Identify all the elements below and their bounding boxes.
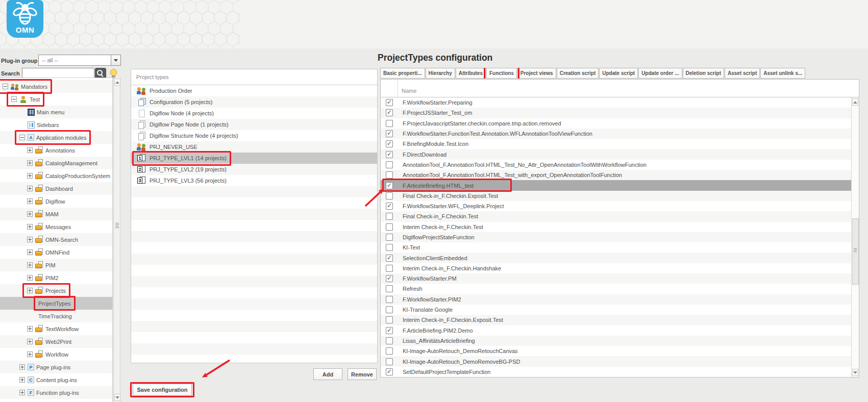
function-row[interactable]: SelectionClientEmbedded: [381, 253, 851, 263]
function-row[interactable]: KI-Translate Google: [381, 305, 851, 315]
scroll-down-button[interactable]: [114, 394, 120, 401]
project-type-row[interactable]: Configuration (5 projects): [131, 96, 377, 108]
search-input[interactable]: [22, 68, 94, 78]
tree-item[interactable]: Projects: [0, 284, 112, 297]
function-row[interactable]: F.DirectDownload: [381, 149, 851, 159]
tab[interactable]: Deletion script: [683, 68, 724, 79]
function-checkbox[interactable]: [386, 368, 393, 375]
expander-icon[interactable]: [27, 173, 33, 179]
function-row[interactable]: AnnotationTool_F.AnnotationTool.HTML_Tes…: [381, 160, 851, 170]
tree-item[interactable]: Application modules: [0, 131, 112, 144]
function-row[interactable]: Final Check-in_F.Checkin.Test: [381, 211, 851, 221]
function-row[interactable]: DigiflowProjectStateFunction: [381, 232, 851, 242]
tree-item[interactable]: CatalogProductionSystem: [0, 169, 112, 182]
expander-icon[interactable]: [27, 326, 33, 332]
function-checkbox[interactable]: [386, 327, 393, 334]
function-checkbox[interactable]: [386, 109, 393, 116]
function-row[interactable]: KI-Image-AutoRetouch_DemoRetouchCanvas: [381, 346, 851, 356]
function-checkbox[interactable]: [386, 203, 393, 210]
tab[interactable]: Update script: [599, 68, 638, 79]
expander-icon[interactable]: [27, 351, 33, 357]
scroll-down-button[interactable]: [852, 369, 858, 376]
function-checkbox[interactable]: [386, 244, 393, 251]
function-row[interactable]: F.ArticleBriefing.PIM2.Demo: [381, 325, 851, 336]
project-type-row[interactable]: PRJ_TYPE_LVL1 (14 projects): [131, 153, 377, 164]
expander-icon[interactable]: [27, 160, 33, 166]
tab[interactable]: Asset script: [725, 68, 760, 79]
expander-icon[interactable]: [27, 249, 33, 255]
function-checkbox[interactable]: [386, 120, 393, 127]
tree-item[interactable]: PIM2: [0, 271, 112, 284]
expander-icon[interactable]: [19, 390, 25, 395]
function-row[interactable]: SetDefaultProjectTemplateFunction: [381, 367, 851, 377]
function-row[interactable]: Interim Check-in_F.Checkin.Test: [381, 222, 851, 232]
tab[interactable]: Attributes: [456, 68, 486, 79]
function-row[interactable]: F.WorkflowStarter.PIM2: [381, 294, 851, 305]
function-checkbox[interactable]: [386, 234, 393, 241]
function-row[interactable]: F.ArticeleBriefing.HTML_test: [381, 180, 851, 190]
tree-item[interactable]: Workflow: [0, 348, 112, 361]
function-checkbox[interactable]: [386, 171, 393, 179]
function-row[interactable]: Refresh: [381, 284, 851, 294]
project-type-row[interactable]: Production Order: [131, 85, 377, 96]
scroll-up-button[interactable]: [114, 79, 120, 86]
tree-item[interactable]: OMN-Search: [0, 233, 112, 246]
tree-item[interactable]: Messages: [0, 220, 112, 233]
project-type-row[interactable]: Digiflow Structure Node (4 projects): [131, 130, 377, 141]
tree-item[interactable]: TimeTracking: [0, 310, 112, 322]
tree-item[interactable]: TextWorkflow: [0, 322, 112, 335]
tree-item[interactable]: Digiflow: [0, 195, 112, 208]
function-checkbox[interactable]: [386, 265, 393, 272]
tab[interactable]: Update order ...: [638, 68, 682, 79]
tree-item[interactable]: Mandators: [0, 80, 112, 93]
function-checkbox[interactable]: [386, 358, 393, 365]
tree-item[interactable]: Test: [0, 93, 112, 106]
function-checkbox[interactable]: [386, 130, 393, 137]
expander-icon[interactable]: [27, 224, 33, 230]
tree-item[interactable]: Annotations: [0, 144, 112, 157]
tree-item[interactable]: MAM: [0, 208, 112, 220]
expander-icon[interactable]: [27, 275, 33, 281]
expander-icon[interactable]: [27, 237, 33, 242]
expander-icon[interactable]: [27, 262, 33, 268]
function-checkbox[interactable]: [386, 192, 393, 199]
scrollbar-thumb[interactable]: [852, 218, 859, 285]
expander-icon[interactable]: [27, 198, 33, 204]
function-checkbox[interactable]: [386, 213, 393, 220]
expander-icon[interactable]: [19, 135, 25, 140]
splitter-grip[interactable]: [115, 223, 119, 229]
function-row[interactable]: AnnotationTool_F.AnnotationTool.HTML_Tes…: [381, 170, 851, 180]
function-row[interactable]: F.BriefingModule.Test.Icon: [381, 139, 851, 149]
function-row[interactable]: F.WorkflowStarter.Preparing: [381, 97, 851, 108]
tab[interactable]: Functions: [486, 68, 517, 79]
tree-item[interactable]: Main menu: [0, 106, 112, 118]
expander-icon[interactable]: [27, 147, 33, 153]
project-type-row[interactable]: PRJ_NEVER_USE: [131, 141, 377, 153]
expander-icon[interactable]: [19, 377, 25, 383]
function-row[interactable]: Interim Check-in_F.Checkin.Exposit.Test: [381, 315, 851, 325]
function-checkbox[interactable]: [386, 296, 393, 303]
expander-icon[interactable]: [19, 364, 25, 370]
tab[interactable]: Basic properti...: [380, 68, 425, 79]
tab[interactable]: Project views: [517, 68, 556, 79]
function-checkbox[interactable]: [386, 140, 393, 147]
function-checkbox[interactable]: [386, 275, 393, 282]
function-checkbox[interactable]: [386, 161, 393, 168]
function-checkbox[interactable]: [386, 151, 393, 158]
function-row[interactable]: F.WorkflowStarter.WFL_Deeplink.Project: [381, 201, 851, 211]
function-checkbox[interactable]: [386, 182, 393, 189]
expander-icon[interactable]: [27, 339, 33, 344]
tree-item[interactable]: PIM: [0, 259, 112, 271]
function-row[interactable]: F.WorkflowStarter.FunctionTest.Annotatio…: [381, 129, 851, 139]
project-type-row[interactable]: Digiflow Page Node (1 projects): [131, 119, 377, 130]
expander-icon[interactable]: [27, 186, 33, 191]
tree-item[interactable]: Sidebars: [0, 118, 112, 131]
tree-item[interactable]: CatalogManagement: [0, 157, 112, 169]
expander-icon[interactable]: [27, 211, 33, 217]
tree-item[interactable]: Content plug-ins: [0, 373, 112, 386]
plugin-group-dropdown-button[interactable]: [111, 55, 121, 66]
tree-item[interactable]: Page plug-ins: [0, 361, 112, 373]
tree-item[interactable]: Web2Print: [0, 335, 112, 348]
function-checkbox[interactable]: [386, 255, 393, 262]
project-type-row[interactable]: PRJ_TYPE_LVL3 (56 projects): [131, 175, 377, 186]
